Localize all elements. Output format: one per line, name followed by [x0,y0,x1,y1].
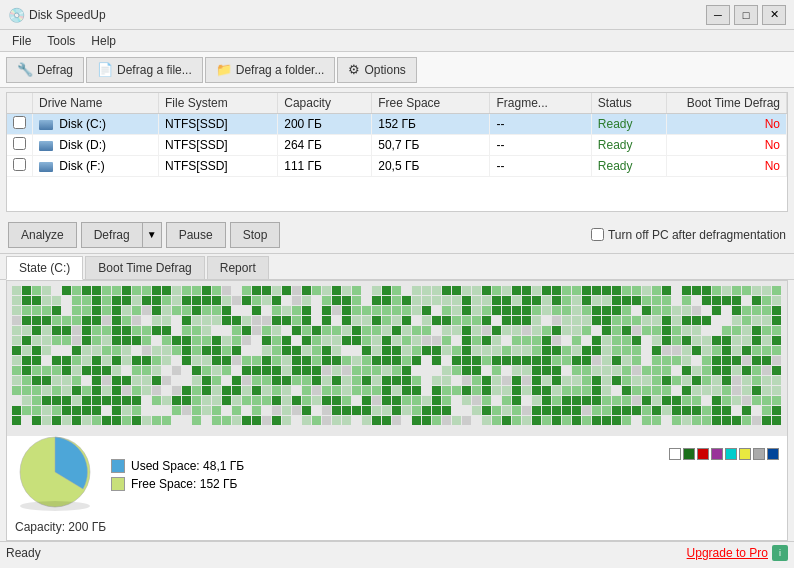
defrag-folder-btn[interactable]: 📁 Defrag a folder... [205,57,336,83]
legend-area: Used Space: 48,1 ГБ Free Space: 152 ГБ [7,436,787,518]
map-cell [292,396,301,405]
map-cell [722,356,731,365]
turn-off-checkbox[interactable] [591,228,604,241]
map-cell [412,406,421,415]
drive-name-cell: Disk (D:) [33,135,159,156]
map-cell [132,376,141,385]
map-cell [682,356,691,365]
tab-state[interactable]: State (C:) [6,256,83,280]
maximize-button[interactable]: □ [734,5,758,25]
map-cell [72,296,81,305]
map-cell [292,416,301,425]
map-cell [12,326,21,335]
map-cell [92,356,101,365]
map-cell [322,376,331,385]
map-cell [732,366,741,375]
map-cell [382,336,391,345]
map-cell [262,306,271,315]
menu-tools[interactable]: Tools [39,32,83,50]
tab-boot-defrag[interactable]: Boot Time Defrag [85,256,204,279]
map-cell [582,416,591,425]
map-cell [202,346,211,355]
map-cell [312,396,321,405]
map-cell [132,406,141,415]
map-cell [492,356,501,365]
disk-table: Drive Name File System Capacity Free Spa… [7,93,787,177]
map-cell [542,286,551,295]
map-cell [242,306,251,315]
map-cell [32,306,41,315]
map-cell [492,316,501,325]
close-button[interactable]: ✕ [762,5,786,25]
row-checkbox[interactable] [7,135,33,156]
map-cell [452,296,461,305]
map-cell [312,326,321,335]
map-cell [192,326,201,335]
pause-button[interactable]: Pause [166,222,226,248]
tab-report[interactable]: Report [207,256,269,279]
map-cell [742,306,751,315]
free-space-cell: 20,5 ГБ [372,156,490,177]
map-cell [592,286,601,295]
map-cell [602,386,611,395]
map-cell [632,376,641,385]
row-checkbox[interactable] [7,114,33,135]
map-cell [662,366,671,375]
map-cell [672,416,681,425]
minimize-button[interactable]: ─ [706,5,730,25]
map-cell [602,396,611,405]
map-cell [302,356,311,365]
map-cell [632,386,641,395]
row-checkbox[interactable] [7,156,33,177]
map-cell [22,376,31,385]
menu-file[interactable]: File [4,32,39,50]
map-cell [222,406,231,415]
menu-help[interactable]: Help [83,32,124,50]
table-row[interactable]: Disk (F:) NTFS[SSD] 111 ГБ 20,5 ГБ -- Re… [7,156,787,177]
map-cell [482,406,491,415]
stop-button[interactable]: Stop [230,222,281,248]
upgrade-link[interactable]: Upgrade to Pro [687,546,768,560]
map-cell [702,286,711,295]
map-cell [222,356,231,365]
map-cell [162,286,171,295]
map-cell [22,366,31,375]
map-cell [602,376,611,385]
col-checkbox [7,93,33,114]
map-cell [592,316,601,325]
map-cell [332,286,341,295]
map-cell [222,386,231,395]
defrag-file-btn[interactable]: 📄 Defrag a file... [86,57,203,83]
options-btn[interactable]: ⚙ Options [337,57,416,83]
map-cell [712,396,721,405]
map-cell [352,326,361,335]
map-cell [562,396,571,405]
map-cell [342,406,351,415]
map-cell [382,406,391,415]
map-cell [422,316,431,325]
window-controls: ─ □ ✕ [706,5,786,25]
map-cell [632,346,641,355]
map-cell [362,416,371,425]
map-cell [12,336,21,345]
table-row[interactable]: Disk (D:) NTFS[SSD] 264 ГБ 50,7 ГБ -- Re… [7,135,787,156]
map-cell [52,406,61,415]
map-cell [22,406,31,415]
map-cell [502,406,511,415]
map-cell [532,356,541,365]
map-cell [142,326,151,335]
map-cell [402,386,411,395]
defrag-dropdown-arrow[interactable]: ▼ [143,222,162,248]
map-cell [22,296,31,305]
map-cell [412,296,421,305]
map-cell [112,306,121,315]
table-row[interactable]: Disk (C:) NTFS[SSD] 200 ГБ 152 ГБ -- Rea… [7,114,787,135]
map-cell [272,366,281,375]
map-cell [212,416,221,425]
map-cell [162,376,171,385]
map-cell [282,406,291,415]
analyze-button[interactable]: Analyze [8,222,77,248]
map-cell [112,296,121,305]
defrag-button[interactable]: Defrag [81,222,143,248]
defrag-toolbar-btn[interactable]: 🔧 Defrag [6,57,84,83]
